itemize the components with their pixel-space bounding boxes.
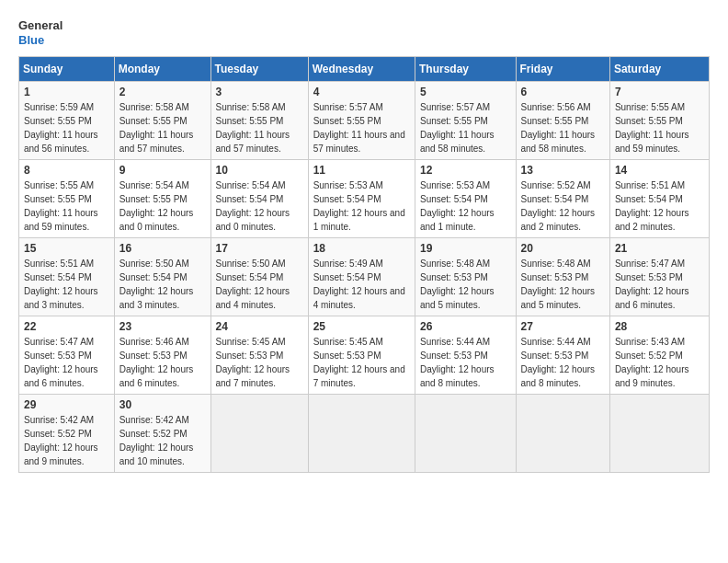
col-saturday: Saturday	[609, 57, 709, 82]
sunrise-label: Sunrise: 5:43 AM	[615, 337, 685, 347]
sunrise-label: Sunrise: 5:53 AM	[313, 180, 383, 190]
day-info: Sunrise: 5:53 AM Sunset: 5:54 PM Dayligh…	[420, 178, 511, 234]
col-thursday: Thursday	[415, 57, 516, 82]
calendar-cell: 13 Sunrise: 5:52 AM Sunset: 5:54 PM Dayl…	[516, 160, 609, 238]
sunrise-label: Sunrise: 5:51 AM	[24, 259, 94, 269]
col-wednesday: Wednesday	[308, 57, 415, 82]
calendar-cell: 4 Sunrise: 5:57 AM Sunset: 5:55 PM Dayli…	[308, 82, 415, 160]
sunrise-label: Sunrise: 5:42 AM	[119, 415, 189, 425]
calendar-cell: 21 Sunrise: 5:47 AM Sunset: 5:53 PM Dayl…	[609, 238, 709, 316]
sunrise-label: Sunrise: 5:58 AM	[216, 102, 286, 112]
sunset-label: Sunset: 5:55 PM	[420, 116, 488, 126]
day-info: Sunrise: 5:45 AM Sunset: 5:53 PM Dayligh…	[313, 335, 410, 390]
day-number: 22	[24, 320, 109, 333]
daylight-label: Daylight: 12 hours and 4 minutes.	[216, 286, 290, 310]
sunrise-label: Sunrise: 5:56 AM	[521, 102, 591, 112]
day-info: Sunrise: 5:47 AM Sunset: 5:53 PM Dayligh…	[24, 335, 109, 390]
day-number: 21	[615, 242, 704, 255]
day-number: 29	[24, 398, 109, 411]
day-info: Sunrise: 5:48 AM Sunset: 5:53 PM Dayligh…	[521, 257, 605, 312]
day-number: 16	[119, 242, 206, 255]
calendar-week-row: 1 Sunrise: 5:59 AM Sunset: 5:55 PM Dayli…	[19, 82, 710, 160]
daylight-label: Daylight: 11 hours and 59 minutes.	[615, 130, 689, 154]
day-number: 13	[521, 164, 605, 177]
day-number: 17	[216, 242, 303, 255]
day-info: Sunrise: 5:52 AM Sunset: 5:54 PM Dayligh…	[521, 178, 605, 234]
day-info: Sunrise: 5:54 AM Sunset: 5:54 PM Dayligh…	[216, 178, 303, 234]
sunrise-label: Sunrise: 5:51 AM	[615, 180, 685, 190]
sunrise-label: Sunrise: 5:48 AM	[420, 259, 490, 269]
daylight-label: Daylight: 12 hours and 9 minutes.	[24, 442, 98, 466]
day-number: 3	[216, 86, 303, 98]
daylight-label: Daylight: 12 hours and 0 minutes.	[216, 208, 290, 232]
daylight-label: Daylight: 12 hours and 3 minutes.	[119, 286, 194, 310]
day-info: Sunrise: 5:45 AM Sunset: 5:53 PM Dayligh…	[216, 335, 303, 390]
day-number: 11	[313, 164, 410, 177]
day-number: 1	[24, 86, 109, 98]
sunrise-label: Sunrise: 5:54 AM	[119, 180, 189, 190]
day-info: Sunrise: 5:58 AM Sunset: 5:55 PM Dayligh…	[216, 100, 303, 155]
calendar-cell: 30 Sunrise: 5:42 AM Sunset: 5:52 PM Dayl…	[114, 395, 210, 473]
sunset-label: Sunset: 5:54 PM	[216, 194, 284, 204]
sunset-label: Sunset: 5:55 PM	[615, 116, 683, 126]
calendar-week-row: 8 Sunrise: 5:55 AM Sunset: 5:55 PM Dayli…	[19, 160, 710, 238]
sunset-label: Sunset: 5:55 PM	[119, 194, 188, 204]
day-info: Sunrise: 5:55 AM Sunset: 5:55 PM Dayligh…	[615, 100, 704, 155]
logo-general-text: General	[18, 18, 63, 33]
sunset-label: Sunset: 5:55 PM	[313, 116, 381, 126]
sunset-label: Sunset: 5:53 PM	[216, 350, 284, 361]
daylight-label: Daylight: 12 hours and 1 minute.	[313, 208, 405, 232]
daylight-label: Daylight: 11 hours and 56 minutes.	[24, 130, 98, 154]
day-info: Sunrise: 5:58 AM Sunset: 5:55 PM Dayligh…	[119, 100, 206, 155]
calendar-cell: 7 Sunrise: 5:55 AM Sunset: 5:55 PM Dayli…	[609, 82, 709, 160]
sunset-label: Sunset: 5:54 PM	[615, 194, 683, 204]
sunrise-label: Sunrise: 5:47 AM	[615, 259, 685, 269]
calendar-cell: 28 Sunrise: 5:43 AM Sunset: 5:52 PM Dayl…	[609, 316, 709, 395]
calendar-cell: 19 Sunrise: 5:48 AM Sunset: 5:53 PM Dayl…	[415, 238, 516, 316]
calendar-cell: 2 Sunrise: 5:58 AM Sunset: 5:55 PM Dayli…	[114, 82, 210, 160]
calendar-cell: 5 Sunrise: 5:57 AM Sunset: 5:55 PM Dayli…	[415, 82, 516, 160]
header-row: Sunday Monday Tuesday Wednesday Thursday…	[19, 57, 710, 82]
sunrise-label: Sunrise: 5:45 AM	[216, 337, 286, 347]
sunset-label: Sunset: 5:53 PM	[119, 350, 188, 361]
logo-graphic: G General Blue	[18, 18, 63, 47]
logo: G General Blue	[18, 18, 63, 47]
calendar-cell: 29 Sunrise: 5:42 AM Sunset: 5:52 PM Dayl…	[19, 395, 115, 473]
page-header: G General Blue	[18, 18, 710, 47]
calendar-cell: 17 Sunrise: 5:50 AM Sunset: 5:54 PM Dayl…	[210, 238, 308, 316]
sunrise-label: Sunrise: 5:44 AM	[521, 337, 591, 347]
calendar-cell: 16 Sunrise: 5:50 AM Sunset: 5:54 PM Dayl…	[114, 238, 210, 316]
day-info: Sunrise: 5:46 AM Sunset: 5:53 PM Dayligh…	[119, 335, 206, 390]
sunset-label: Sunset: 5:55 PM	[216, 116, 284, 126]
calendar-cell: 1 Sunrise: 5:59 AM Sunset: 5:55 PM Dayli…	[19, 82, 115, 160]
calendar-cell: 26 Sunrise: 5:44 AM Sunset: 5:53 PM Dayl…	[415, 316, 516, 395]
sunrise-label: Sunrise: 5:58 AM	[119, 102, 189, 112]
sunrise-label: Sunrise: 5:55 AM	[24, 180, 94, 190]
daylight-label: Daylight: 12 hours and 7 minutes.	[313, 364, 405, 388]
calendar-cell: 3 Sunrise: 5:58 AM Sunset: 5:55 PM Dayli…	[210, 82, 308, 160]
day-number: 24	[216, 320, 303, 333]
day-info: Sunrise: 5:59 AM Sunset: 5:55 PM Dayligh…	[24, 100, 109, 155]
sunset-label: Sunset: 5:54 PM	[521, 194, 589, 204]
day-info: Sunrise: 5:54 AM Sunset: 5:55 PM Dayligh…	[119, 178, 206, 234]
day-number: 27	[521, 320, 605, 333]
sunrise-label: Sunrise: 5:50 AM	[216, 259, 286, 269]
sunset-label: Sunset: 5:53 PM	[420, 272, 488, 282]
calendar-cell	[308, 395, 415, 473]
day-number: 25	[313, 320, 410, 333]
daylight-label: Daylight: 12 hours and 7 minutes.	[216, 364, 290, 388]
sunset-label: Sunset: 5:53 PM	[313, 350, 381, 361]
daylight-label: Daylight: 11 hours and 58 minutes.	[420, 130, 495, 154]
sunrise-label: Sunrise: 5:57 AM	[313, 102, 383, 112]
calendar-cell: 10 Sunrise: 5:54 AM Sunset: 5:54 PM Dayl…	[210, 160, 308, 238]
sunrise-label: Sunrise: 5:54 AM	[216, 180, 286, 190]
day-info: Sunrise: 5:49 AM Sunset: 5:54 PM Dayligh…	[313, 257, 410, 312]
daylight-label: Daylight: 12 hours and 6 minutes.	[119, 364, 194, 388]
day-info: Sunrise: 5:53 AM Sunset: 5:54 PM Dayligh…	[313, 178, 410, 234]
sunrise-label: Sunrise: 5:42 AM	[24, 415, 94, 425]
sunrise-label: Sunrise: 5:53 AM	[420, 180, 490, 190]
daylight-label: Daylight: 12 hours and 9 minutes.	[615, 364, 689, 388]
sunset-label: Sunset: 5:53 PM	[615, 272, 683, 282]
calendar-table: Sunday Monday Tuesday Wednesday Thursday…	[18, 56, 710, 473]
sunset-label: Sunset: 5:52 PM	[615, 350, 683, 361]
